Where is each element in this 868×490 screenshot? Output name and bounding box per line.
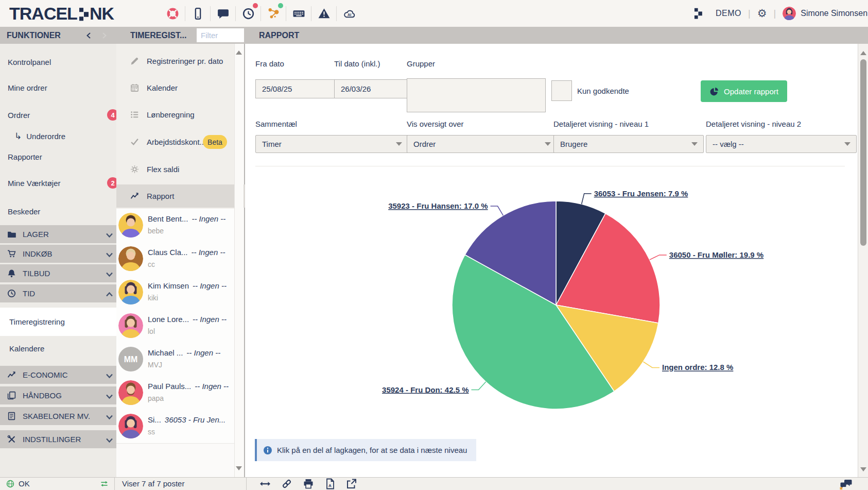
menu-item-rapport[interactable]: Rapport bbox=[116, 184, 248, 208]
tracelink-mark-small-icon[interactable] bbox=[694, 8, 702, 19]
sammentael-select[interactable]: Timer bbox=[255, 135, 408, 153]
fra-dato-input[interactable] bbox=[255, 79, 337, 98]
grupper-multiselect[interactable] bbox=[407, 78, 546, 112]
pie-slice-label[interactable]: 36053 - Fru Jensen: 7.9 % bbox=[594, 189, 688, 198]
statusbar-arrows-horizontal-button[interactable] bbox=[259, 478, 271, 489]
sidebar-section-tid[interactable]: TID bbox=[0, 284, 123, 302]
menu-item-kalender[interactable]: Kalender bbox=[116, 74, 248, 101]
pie-slice-label[interactable]: 36050 - Fru Møller: 19.9 % bbox=[669, 250, 763, 259]
scroll-up-arrow[interactable] bbox=[236, 50, 242, 55]
sidebar-item-ordrer[interactable]: Ordrer4 bbox=[0, 104, 124, 126]
sidebar-section-e-conomic[interactable]: E-CONOMIC bbox=[0, 366, 123, 384]
clock-icon bbox=[242, 7, 255, 20]
sidebar-section-skabeloner-mv[interactable]: SKABELONER MV. bbox=[0, 407, 123, 425]
menu-item-label: Lønberegning bbox=[147, 110, 195, 119]
chat-bubbles-icon[interactable] bbox=[839, 479, 853, 490]
toolbar-life-ring-button[interactable] bbox=[160, 6, 185, 21]
statusbar-pdf-file-button[interactable]: A bbox=[324, 478, 336, 489]
svg-text:A: A bbox=[328, 483, 332, 488]
sidebar-section-label: TID bbox=[23, 289, 35, 298]
sidebar-item-underordre[interactable]: ↳Underordre bbox=[0, 125, 124, 147]
user-name: Claus Cla... bbox=[148, 248, 188, 257]
toolbar-share-nodes-button[interactable] bbox=[261, 6, 286, 21]
user-list-item-ss[interactable]: Si...36053 - Fru Jen...ss bbox=[116, 410, 234, 444]
settings-gear-icon[interactable]: ⚙ bbox=[757, 8, 767, 19]
main-scrollbar bbox=[858, 44, 868, 477]
user-list-item-bebe[interactable]: Bent Bent...-- Ingen --bebe bbox=[116, 209, 234, 243]
divider bbox=[114, 478, 115, 490]
document-icon bbox=[7, 412, 16, 420]
menu-item-registreringer-pr-dato[interactable]: Registreringer pr. dato bbox=[116, 47, 248, 74]
user-list-item-kiki[interactable]: Kim Kimsen-- Ingen --kiki bbox=[116, 276, 234, 310]
sidebar-section-lager[interactable]: LAGER bbox=[0, 225, 123, 243]
menu-item-flex-saldi[interactable]: Flex saldi bbox=[116, 156, 248, 182]
user-avatar[interactable] bbox=[783, 7, 796, 20]
scroll-down-arrow[interactable] bbox=[236, 466, 242, 470]
statusbar-printer-button[interactable] bbox=[303, 478, 314, 489]
sidebar-section-håndbog[interactable]: HÅNDBOG bbox=[0, 386, 123, 404]
vis-oversigt-value: Ordrer bbox=[413, 140, 436, 148]
tracelink-app: TRACEL NK AI DEMO | ⚙ | Simone Simonsen … bbox=[0, 0, 868, 490]
sidebar-section-tilbud[interactable]: TILBUD bbox=[0, 264, 123, 282]
toolbar-keyboard-button[interactable] bbox=[286, 6, 311, 21]
toolbar-clock-button[interactable] bbox=[235, 6, 261, 21]
status-bar: OK Viser 7 af 7 poster A bbox=[0, 477, 868, 490]
user-name: Paul Pauls... bbox=[148, 382, 191, 391]
menu-item-lønberegning[interactable]: Lønberegning bbox=[116, 101, 248, 128]
sidebar-item-kontrolpanel[interactable]: Kontrolpanel bbox=[0, 51, 124, 73]
sidebar-item-mine-værktøjer[interactable]: Mine Værktøjer2 bbox=[0, 172, 124, 194]
user-list-item-mvj[interactable]: MMMichael ...-- Ingen --MVJ bbox=[116, 343, 234, 377]
til-dato-input[interactable] bbox=[334, 79, 409, 98]
user-list-item-papa[interactable]: Paul Pauls...-- Ingen --papa bbox=[116, 376, 234, 410]
niveau1-select[interactable]: Brugere bbox=[553, 135, 704, 153]
menu-item-arbejdstidskont[interactable]: Arbejdstidskont... bbox=[116, 128, 248, 155]
pie-slice-label[interactable]: Ingen ordre: 12.8 % bbox=[662, 363, 733, 371]
opdater-rapport-button[interactable]: Opdater rapport bbox=[701, 80, 787, 102]
user-name: Kim Kimsen bbox=[148, 281, 189, 290]
statusbar-share-button[interactable] bbox=[346, 478, 357, 489]
divider: | bbox=[774, 8, 776, 19]
sidebar-section-label: SKABELONER MV. bbox=[23, 412, 90, 420]
sidebar-section-indkøb[interactable]: INDKØB bbox=[0, 245, 123, 263]
sidebar-section-label: TILBUD bbox=[23, 269, 50, 278]
user-username: bebe bbox=[148, 227, 164, 235]
scroll-up-arrow[interactable] bbox=[860, 51, 866, 55]
sidebar-item-label: Underordre bbox=[26, 132, 65, 141]
info-banner-text: Klik på en del af lagkagen, for at se da… bbox=[277, 446, 467, 454]
user-list-item-lol[interactable]: Lone Lore...-- Ingen --lol bbox=[116, 309, 234, 343]
sidebar-section-indstillinger[interactable]: INDSTILLINGER bbox=[0, 430, 123, 448]
sidebar-item-label: Kontrolpanel bbox=[8, 58, 51, 66]
sidebar-item-mine-ordrer[interactable]: Mine ordrer bbox=[0, 77, 124, 98]
filter-input[interactable] bbox=[197, 28, 244, 42]
warning-triangle-icon bbox=[318, 7, 331, 20]
toolbar-mobile-button[interactable] bbox=[185, 6, 210, 21]
sidebar-item-timeregistrering[interactable]: Timeregistrering bbox=[0, 308, 125, 336]
user-username: papa bbox=[148, 394, 164, 402]
chevron-down-icon bbox=[105, 413, 114, 421]
chevron-right-icon[interactable] bbox=[101, 32, 108, 39]
user-list-item-cc[interactable]: Claus Cla...-- Ingen --cc bbox=[116, 242, 234, 276]
sidebar-item-beskeder[interactable]: Beskeder bbox=[0, 200, 124, 222]
sync-icon[interactable] bbox=[100, 480, 109, 488]
pie-slice-label[interactable]: 35923 - Fru Hansen: 17.0 % bbox=[388, 201, 488, 210]
niveau1-label: Detaljeret visning - niveau 1 bbox=[553, 120, 649, 128]
toolbar-warning-triangle-button[interactable] bbox=[311, 6, 336, 21]
pie-slice-label[interactable]: 35924 - Fru Don: 42.5 % bbox=[382, 385, 468, 394]
folder-icon bbox=[7, 230, 16, 239]
scroll-down-arrow[interactable] bbox=[860, 467, 866, 471]
sidebar-item-kalendere[interactable]: Kalendere bbox=[0, 336, 125, 361]
toolbar-chat-bubble-button[interactable] bbox=[210, 6, 235, 21]
chevron-left-icon[interactable] bbox=[85, 32, 92, 39]
scrollbar-thumb[interactable] bbox=[860, 59, 866, 246]
toolbar-cloud-ai-button[interactable]: AI bbox=[336, 6, 361, 21]
sidebar-item-rapporter[interactable]: Rapporter bbox=[0, 146, 124, 167]
sammentael-label: Sammentæl bbox=[255, 120, 297, 128]
sidebar-section-label: E-CONOMIC bbox=[23, 370, 68, 379]
kun-godkendte-checkbox[interactable] bbox=[551, 80, 572, 101]
vis-oversigt-select[interactable]: Ordrer bbox=[407, 135, 557, 153]
book-icon bbox=[7, 391, 16, 400]
statusbar-link-button[interactable] bbox=[281, 478, 292, 489]
niveau2-select[interactable]: -- vælg -- bbox=[706, 135, 857, 153]
chevron-down-icon bbox=[105, 231, 114, 240]
chevron-down-icon bbox=[691, 142, 698, 146]
